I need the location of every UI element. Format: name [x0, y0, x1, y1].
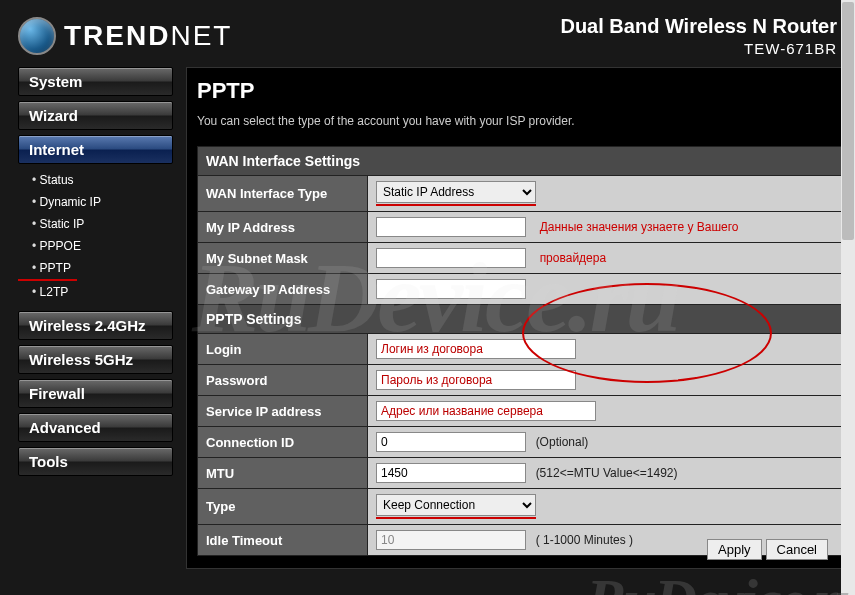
gateway-label: Gateway IP Address [198, 274, 368, 305]
nav-firewall[interactable]: Firewall [18, 379, 173, 408]
internet-submenu: Status Dynamic IP Static IP PPPOE PPTP L… [18, 169, 178, 311]
nav-wizard[interactable]: Wizard [18, 101, 173, 130]
my-ip-input[interactable] [376, 217, 526, 237]
page-desc: You can select the type of the account y… [197, 114, 842, 128]
scrollbar[interactable] [841, 0, 855, 595]
content-panel: PPTP You can select the type of the acco… [186, 67, 853, 569]
service-ip-label: Service IP address [198, 396, 368, 427]
watermark-2: RuDevice.ru [586, 566, 855, 595]
annotation-2: провайдера [540, 251, 607, 265]
nav-wireless-5[interactable]: Wireless 5GHz [18, 345, 173, 374]
type-select[interactable]: Keep Connection [376, 494, 536, 516]
subnav-l2tp[interactable]: L2TP [18, 281, 178, 303]
conn-id-input[interactable] [376, 432, 526, 452]
nav-tools[interactable]: Tools [18, 447, 173, 476]
scroll-thumb[interactable] [842, 2, 854, 240]
login-label: Login [198, 334, 368, 365]
subnav-status[interactable]: Status [18, 169, 178, 191]
password-label: Password [198, 365, 368, 396]
my-mask-label: My Subnet Mask [198, 243, 368, 274]
annotation-1: Данные значения узнаете у Вашего [540, 220, 739, 234]
idle-input[interactable] [376, 530, 526, 550]
my-ip-label: My IP Address [198, 212, 368, 243]
apply-button[interactable]: Apply [707, 539, 762, 560]
brand-name: TRENDNET [64, 20, 232, 52]
nav-system[interactable]: System [18, 67, 173, 96]
wan-type-label: WAN Interface Type [198, 176, 368, 212]
nav-internet[interactable]: Internet [18, 135, 173, 164]
wan-type-select[interactable]: Static IP Address [376, 181, 536, 203]
cancel-button[interactable]: Cancel [766, 539, 828, 560]
pptp-section-header: PPTP Settings [198, 305, 842, 334]
settings-table: WAN Interface Settings WAN Interface Typ… [197, 146, 842, 556]
type-label: Type [198, 489, 368, 525]
my-mask-input[interactable] [376, 248, 526, 268]
mtu-label: MTU [198, 458, 368, 489]
idle-label: Idle Timeout [198, 525, 368, 556]
wan-section-header: WAN Interface Settings [198, 147, 842, 176]
login-input[interactable] [376, 339, 576, 359]
conn-id-label: Connection ID [198, 427, 368, 458]
conn-id-hint: (Optional) [536, 435, 589, 449]
service-ip-input[interactable] [376, 401, 596, 421]
nav-wireless-24[interactable]: Wireless 2.4GHz [18, 311, 173, 340]
nav-advanced[interactable]: Advanced [18, 413, 173, 442]
subnav-static-ip[interactable]: Static IP [18, 213, 178, 235]
page-title: PPTP [197, 78, 842, 104]
mtu-hint: (512<=MTU Value<=1492) [536, 466, 678, 480]
brand-logo: TRENDNET [18, 17, 232, 55]
subnav-pppoe[interactable]: PPPOE [18, 235, 178, 257]
mtu-input[interactable] [376, 463, 526, 483]
subnav-dynamic-ip[interactable]: Dynamic IP [18, 191, 178, 213]
gateway-input[interactable] [376, 279, 526, 299]
sidebar: System Wizard Internet Status Dynamic IP… [18, 67, 178, 569]
password-input[interactable] [376, 370, 576, 390]
subnav-pptp[interactable]: PPTP [18, 257, 77, 281]
product-title: Dual Band Wireless N Router TEW-671BR [560, 15, 837, 57]
idle-hint: ( 1-1000 Minutes ) [536, 533, 633, 547]
globe-icon [18, 17, 56, 55]
